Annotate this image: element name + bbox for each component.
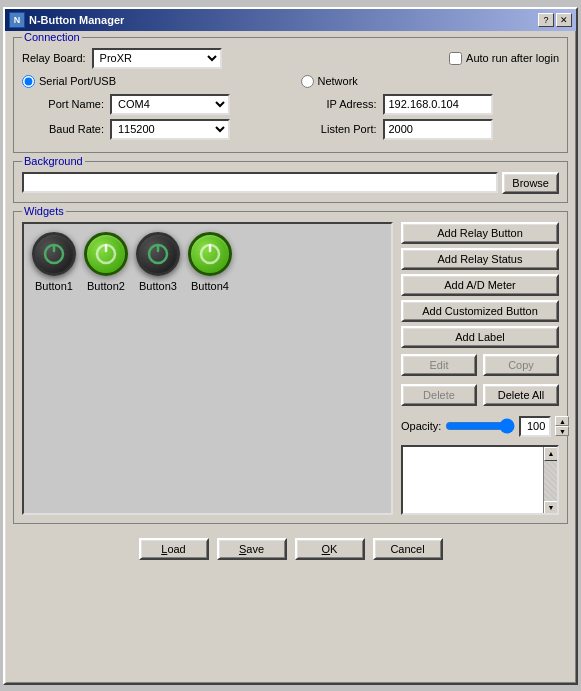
connection-group-label: Connection: [22, 31, 82, 43]
ip-address-label: IP Adress:: [301, 98, 377, 110]
scrollbar-track: [544, 461, 557, 501]
opacity-input[interactable]: [519, 416, 551, 437]
auto-run-label[interactable]: Auto run after login: [449, 52, 559, 65]
auto-run-checkbox[interactable]: [449, 52, 462, 65]
delete-all-button[interactable]: Delete All: [483, 384, 559, 406]
opacity-up[interactable]: ▲: [555, 416, 569, 426]
widget-button2[interactable]: Button2: [84, 232, 128, 292]
ok-underline: OK: [322, 543, 338, 555]
close-button[interactable]: ✕: [556, 13, 572, 27]
add-customized-button[interactable]: Add Customized Button: [401, 300, 559, 322]
app-icon: N: [9, 12, 25, 28]
opacity-label: Opacity:: [401, 420, 441, 432]
widget-button3[interactable]: Button3: [136, 232, 180, 292]
action-row-2: Delete Delete All: [401, 384, 559, 406]
widget-text-area[interactable]: ▲ ▼: [401, 445, 559, 515]
ok-button[interactable]: OK: [295, 538, 365, 560]
button2-icon: [84, 232, 128, 276]
widget-button-panel: Add Relay Button Add Relay Status Add A/…: [401, 222, 559, 515]
relay-board-select[interactable]: ProXR: [92, 48, 222, 69]
button1-label: Button1: [35, 280, 73, 292]
widgets-group-label: Widgets: [22, 205, 66, 217]
scrollbar-down[interactable]: ▼: [544, 501, 558, 515]
window-title: N-Button Manager: [29, 14, 124, 26]
delete-button[interactable]: Delete: [401, 384, 477, 406]
network-radio-label[interactable]: Network: [301, 75, 358, 88]
copy-button[interactable]: Copy: [483, 354, 559, 376]
opacity-spinner: ▲ ▼: [555, 416, 569, 436]
widget-button1[interactable]: Button1: [32, 232, 76, 292]
baud-rate-label: Baud Rate:: [32, 123, 104, 135]
title-bar-left: N N-Button Manager: [9, 12, 124, 28]
help-button[interactable]: ?: [538, 13, 554, 27]
listen-port-input[interactable]: [383, 119, 493, 140]
listen-port-label: Listen Port:: [301, 123, 377, 135]
main-window: N N-Button Manager ? ✕ Connection Relay …: [3, 7, 578, 685]
add-relay-button[interactable]: Add Relay Button: [401, 222, 559, 244]
add-ad-meter-button[interactable]: Add A/D Meter: [401, 274, 559, 296]
opacity-row: Opacity: ▲ ▼: [401, 416, 559, 437]
button2-label: Button2: [87, 280, 125, 292]
action-row-1: Edit Copy: [401, 354, 559, 376]
cancel-button[interactable]: Cancel: [373, 538, 443, 560]
widgets-group: Widgets Button1: [13, 211, 568, 524]
add-label-button[interactable]: Add Label: [401, 326, 559, 348]
title-buttons: ? ✕: [538, 13, 572, 27]
background-group: Background Browse: [13, 161, 568, 203]
button4-icon: [188, 232, 232, 276]
bottom-buttons: Load Save OK Cancel: [13, 532, 568, 566]
opacity-slider[interactable]: [445, 418, 515, 434]
scrollbar-up[interactable]: ▲: [544, 447, 558, 461]
load-underline: Load: [161, 543, 185, 555]
relay-board-label: Relay Board:: [22, 52, 86, 64]
button1-icon: [32, 232, 76, 276]
save-button[interactable]: Save: [217, 538, 287, 560]
serial-radio[interactable]: [22, 75, 35, 88]
title-bar: N N-Button Manager ? ✕: [5, 9, 576, 31]
connection-group: Connection Relay Board: ProXR Auto run a…: [13, 37, 568, 153]
button4-label: Button4: [191, 280, 229, 292]
add-relay-status-button[interactable]: Add Relay Status: [401, 248, 559, 270]
port-name-select[interactable]: COM4: [110, 94, 230, 115]
opacity-down[interactable]: ▼: [555, 426, 569, 436]
serial-radio-label[interactable]: Serial Port/USB: [22, 75, 116, 88]
background-path-input[interactable]: [22, 172, 498, 193]
button3-label: Button3: [139, 280, 177, 292]
scrollbar[interactable]: ▲ ▼: [543, 447, 557, 513]
button3-icon: [136, 232, 180, 276]
network-radio[interactable]: [301, 75, 314, 88]
widget-canvas[interactable]: Button1 Button2: [22, 222, 393, 515]
port-name-label: Port Name:: [32, 98, 104, 110]
background-group-label: Background: [22, 155, 85, 167]
save-underline: Save: [239, 543, 264, 555]
browse-button[interactable]: Browse: [502, 172, 559, 194]
baud-rate-select[interactable]: 115200: [110, 119, 230, 140]
edit-button[interactable]: Edit: [401, 354, 477, 376]
ip-address-input[interactable]: [383, 94, 493, 115]
widget-button4[interactable]: Button4: [188, 232, 232, 292]
load-button[interactable]: Load: [139, 538, 209, 560]
